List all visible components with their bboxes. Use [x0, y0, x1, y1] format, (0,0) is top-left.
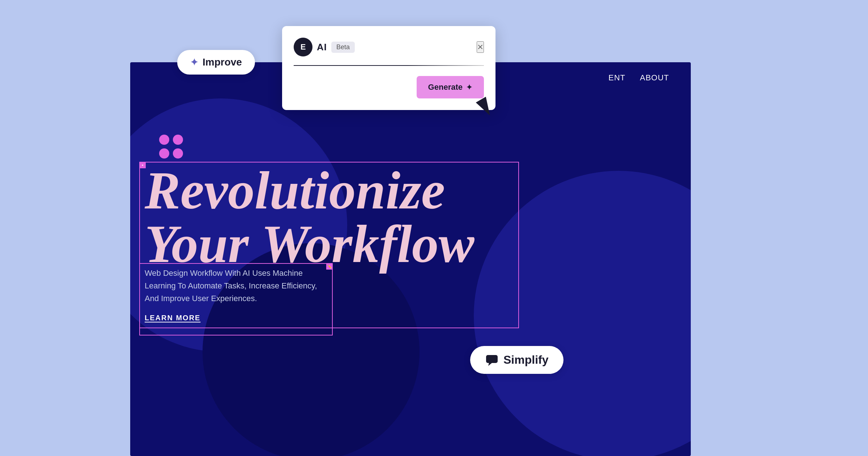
generate-button[interactable]: Generate ✦	[417, 76, 484, 98]
nav-item-about: ABOUT	[640, 73, 669, 83]
learn-more-link[interactable]: LEARN MORE	[145, 314, 200, 322]
heading-line1: Revolutionize	[145, 164, 475, 217]
modal-close-button[interactable]: ×	[477, 41, 484, 53]
dot-2	[173, 135, 183, 145]
dot-4	[173, 148, 183, 159]
description-box: Web Design Workflow With AI Uses Machine…	[145, 267, 326, 322]
four-dots-icon	[159, 135, 183, 159]
website-preview: ENT ABOUT ▪ Revolutionize Your Workflow …	[130, 62, 691, 456]
main-heading: Revolutionize Your Workflow	[145, 164, 475, 271]
description-text: Web Design Workflow With AI Uses Machine…	[145, 267, 326, 305]
generate-button-wrapper: Generate ✦	[417, 76, 484, 98]
simplify-chat-icon	[485, 354, 498, 367]
generate-label: Generate	[428, 83, 463, 92]
nav-item-ent: ENT	[608, 73, 625, 83]
dot-3	[159, 148, 169, 159]
ai-modal: E AI Beta × Generate ✦	[282, 26, 495, 110]
heading-line2: Your Workflow	[145, 217, 475, 271]
simplify-label: Simplify	[503, 353, 548, 367]
modal-header: E AI Beta ×	[294, 38, 484, 56]
improve-label: Improve	[203, 56, 242, 68]
improve-pill-button[interactable]: ✦ Improve	[177, 50, 255, 75]
improve-sparkle-icon: ✦	[190, 57, 198, 68]
handle-icon: ▪	[142, 162, 143, 168]
nav-bar: ENT ABOUT	[587, 62, 691, 93]
ai-input-field[interactable]	[294, 65, 484, 66]
elementor-logo: E	[294, 38, 312, 56]
generate-sparkle-icon: ✦	[466, 83, 472, 92]
beta-badge: Beta	[331, 42, 355, 53]
simplify-pill-button[interactable]: Simplify	[470, 346, 563, 374]
dot-1	[159, 135, 169, 145]
modal-logo-area: E AI Beta	[294, 38, 355, 56]
svg-rect-0	[486, 355, 498, 363]
elementor-e-letter: E	[301, 42, 306, 52]
modal-actions: Generate ✦	[294, 76, 484, 98]
ai-label: AI	[317, 42, 327, 53]
svg-marker-1	[488, 363, 492, 366]
